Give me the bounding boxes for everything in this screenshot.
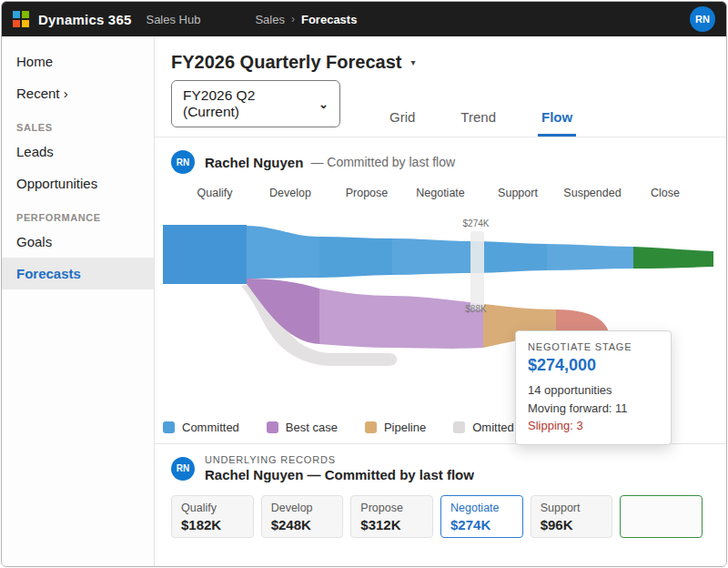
legend-pipeline-swatch-icon <box>365 421 377 433</box>
owner-avatar[interactable]: RN <box>171 150 195 174</box>
stage-cards-row: Qualify $182K Develop $248K Propose $312… <box>171 495 710 538</box>
stage-label-negotiate: Negotiate <box>416 187 465 199</box>
stage-card-support[interactable]: Support $96K <box>531 495 613 538</box>
page-title: FY2026 Quarterly Forecast <box>171 52 401 73</box>
sidebar-item-opportunities[interactable]: Opportunities <box>2 167 154 199</box>
flow-committed-band-4[interactable] <box>474 241 547 273</box>
owner-filter-text: — Committed by last flow <box>310 155 455 169</box>
stage-label-propose: Propose <box>346 187 389 199</box>
flow-committed-band-2[interactable] <box>319 237 392 278</box>
flow-committed-band-5[interactable] <box>547 244 633 270</box>
legend-bestcase-swatch-icon <box>267 421 278 433</box>
tab-trend[interactable]: Trend <box>457 100 500 137</box>
stage-card-won-empty[interactable] <box>620 495 703 538</box>
flow-chart-section: RN Rachel Nguyen — Committed by last flo… <box>155 137 726 434</box>
flow-committed-band-1[interactable] <box>247 226 319 279</box>
annotation-negotiate-total: $274K <box>449 218 503 228</box>
sidebar-section-sales: SALES <box>2 109 154 136</box>
stage-label-suspended: Suspended <box>563 187 621 199</box>
records-owner-line: Rachel Nguyen — Committed by last flow <box>205 467 474 482</box>
tooltip-amount: $274,000 <box>528 356 659 375</box>
top-navigation-bar: Dynamics 365 Sales Hub Sales › Forecasts… <box>2 2 726 36</box>
waffle-logo-icon[interactable] <box>13 11 29 27</box>
view-tabs: Grid Trend Flow <box>386 100 614 137</box>
breadcrumb-area[interactable]: Sales <box>255 13 285 26</box>
app-window: Dynamics 365 Sales Hub Sales › Forecasts… <box>1 1 727 567</box>
stage-header-row: Qualify Develop Propose Negotiate Suppor… <box>163 187 722 202</box>
tab-grid[interactable]: Grid <box>386 100 419 137</box>
title-dropdown-caret-icon[interactable]: ▾ <box>410 57 415 67</box>
legend-pipeline[interactable]: Pipeline <box>365 421 426 434</box>
sidebar-nav: Home Recent › SALES Leads Opportunities … <box>2 36 155 566</box>
stage-card-negotiate[interactable]: Negotiate $274K <box>440 495 523 538</box>
stage-label-qualify: Qualify <box>197 187 233 199</box>
legend-omitted[interactable]: Omitted <box>453 421 514 434</box>
user-avatar[interactable]: RN <box>690 6 715 32</box>
stage-label-develop: Develop <box>269 187 311 199</box>
app-title: Dynamics 365 <box>38 12 131 27</box>
main-content: FY2026 Quarterly Forecast ▾ FY2026 Q2 (C… <box>155 36 726 566</box>
stage-label-close: Close <box>651 187 680 199</box>
legend-omitted-swatch-icon <box>453 421 465 433</box>
period-selector[interactable]: FY2026 Q2 (Current) ⌄ <box>171 80 340 127</box>
chevron-down-icon: ⌄ <box>318 97 329 111</box>
underlying-records-section: RN UNDERLYING RECORDS Rachel Nguyen — Co… <box>155 443 726 538</box>
sidebar-item-home[interactable]: Home <box>2 46 154 77</box>
records-section-label: UNDERLYING RECORDS <box>205 454 474 465</box>
flow-bestcase-band-2[interactable] <box>319 289 483 349</box>
tooltip-slipping: Slipping: 3 <box>528 417 659 435</box>
sidebar-item-recent[interactable]: Recent › <box>2 77 154 109</box>
legend-bestcase[interactable]: Best case <box>267 421 338 434</box>
stage-label-support: Support <box>498 187 538 199</box>
owner-name: Rachel Nguyen <box>205 155 303 170</box>
sidebar-item-forecasts[interactable]: Forecasts <box>2 258 154 289</box>
stage-tooltip: NEGOTIATE STAGE $274,000 14 opportunitie… <box>515 330 672 445</box>
stage-card-qualify[interactable]: Qualify $182K <box>171 495 254 538</box>
sidebar-item-goals[interactable]: Goals <box>2 226 154 258</box>
records-owner-avatar[interactable]: RN <box>171 457 195 481</box>
annotation-negotiate-slipping: $88K <box>450 304 501 314</box>
stage-card-propose[interactable]: Propose $312K <box>350 495 433 538</box>
flow-committed-band-3[interactable] <box>392 238 474 275</box>
stage-card-develop[interactable]: Develop $248K <box>261 495 344 538</box>
tooltip-title: NEGOTIATE STAGE <box>528 341 659 352</box>
tooltip-opportunities: 14 opportunities <box>528 381 659 400</box>
breadcrumb-separator: › <box>291 13 295 25</box>
tab-flow[interactable]: Flow <box>538 100 576 137</box>
negotiate-highlight-bar[interactable] <box>470 231 484 309</box>
tooltip-moving-forward: Moving forward: 11 <box>528 400 659 418</box>
environment-name[interactable]: Sales Hub <box>146 13 200 26</box>
legend-committed[interactable]: Committed <box>163 421 239 434</box>
sidebar-item-leads[interactable]: Leads <box>2 136 154 167</box>
sidebar-section-performance: PERFORMANCE <box>2 199 154 226</box>
flow-won-node[interactable] <box>633 247 713 269</box>
legend-committed-swatch-icon <box>163 421 175 433</box>
flow-qualify-node[interactable] <box>163 225 247 284</box>
breadcrumb-page[interactable]: Forecasts <box>301 13 357 26</box>
period-selector-value: FY2026 Q2 (Current) <box>183 87 309 120</box>
